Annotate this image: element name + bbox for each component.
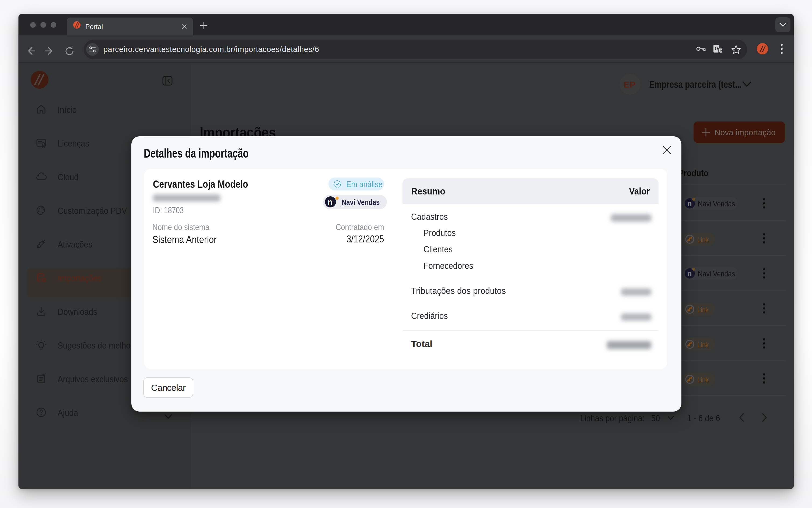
- svg-text:文: 文: [719, 49, 723, 53]
